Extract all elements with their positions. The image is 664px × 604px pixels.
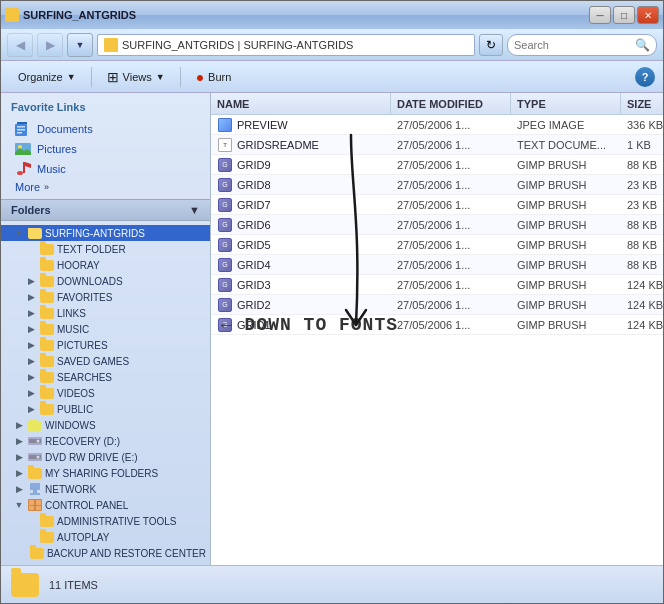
tree-item-backup-restore[interactable]: BACKUP AND RESTORE CENTER bbox=[1, 545, 210, 561]
minimize-button[interactable]: ─ bbox=[589, 6, 611, 24]
tree-item-windows[interactable]: ▶ WINDOWS bbox=[1, 417, 210, 433]
organize-dropdown-icon: ▼ bbox=[67, 72, 76, 82]
back-button[interactable]: ◀ bbox=[7, 33, 33, 57]
tree-item-downloads[interactable]: ▶ DOWNLOADS bbox=[1, 273, 210, 289]
close-button[interactable]: ✕ bbox=[637, 6, 659, 24]
file-size-cell: 336 KB bbox=[621, 115, 663, 134]
forward-button[interactable]: ▶ bbox=[37, 33, 63, 57]
folders-title: Folders bbox=[11, 204, 51, 216]
search-box[interactable]: 🔍 bbox=[507, 34, 657, 56]
svg-rect-4 bbox=[17, 132, 22, 134]
tree-item-admin-tools[interactable]: ADMINISTRATIVE TOOLS bbox=[1, 513, 210, 529]
toolbar-divider-1 bbox=[91, 67, 92, 87]
refresh-button[interactable]: ↻ bbox=[479, 34, 503, 56]
col-header-name[interactable]: NAME bbox=[211, 93, 391, 114]
expand-icon: ▶ bbox=[25, 291, 37, 303]
search-input[interactable] bbox=[514, 39, 631, 51]
folder-icon bbox=[39, 514, 55, 528]
tree-label: VIDEOS bbox=[57, 388, 95, 399]
brush-icon: G bbox=[218, 318, 232, 332]
table-row[interactable]: G GRID6 27/05/2006 1... GIMP BRUSH 88 KB bbox=[211, 215, 663, 235]
file-name: GRID7 bbox=[237, 199, 271, 211]
tree-item-text-folder[interactable]: TEXT FOLDER bbox=[1, 241, 210, 257]
tree-item-searches[interactable]: ▶ SEARCHES bbox=[1, 369, 210, 385]
tree-item-pictures[interactable]: ▶ PICTURES bbox=[1, 337, 210, 353]
folder-icon bbox=[39, 242, 55, 256]
table-row[interactable]: G GRID4 27/05/2006 1... GIMP BRUSH 88 KB bbox=[211, 255, 663, 275]
help-button[interactable]: ? bbox=[635, 67, 655, 87]
burn-icon: ● bbox=[196, 69, 204, 85]
expand-icon bbox=[25, 259, 37, 271]
tree-item-music[interactable]: ▶ MUSIC bbox=[1, 321, 210, 337]
organize-button[interactable]: Organize ▼ bbox=[9, 64, 85, 90]
file-size-cell: 124 KB bbox=[621, 295, 663, 314]
file-type-cell: GIMP BRUSH bbox=[511, 235, 621, 254]
tree-item-recovery[interactable]: ▶ RECOVERY (D:) bbox=[1, 433, 210, 449]
table-row[interactable]: G GRID3 27/05/2006 1... GIMP BRUSH 124 K… bbox=[211, 275, 663, 295]
expand-icon: ▶ bbox=[13, 419, 25, 431]
file-type-cell: GIMP BRUSH bbox=[511, 255, 621, 274]
col-header-size[interactable]: SIZE bbox=[621, 93, 663, 114]
file-size-cell: 124 KB bbox=[621, 315, 663, 334]
sidebar-item-documents[interactable]: Documents bbox=[11, 119, 200, 139]
file-name: GRID9 bbox=[237, 159, 271, 171]
brush-icon: G bbox=[218, 238, 232, 252]
views-button[interactable]: ⊞ Views ▼ bbox=[98, 64, 174, 90]
dropdown-button[interactable]: ▼ bbox=[67, 33, 93, 57]
tree-item-saved-games[interactable]: ▶ SAVED GAMES bbox=[1, 353, 210, 369]
table-row[interactable]: G GRID5 27/05/2006 1... GIMP BRUSH 88 KB bbox=[211, 235, 663, 255]
folder-icon bbox=[39, 258, 55, 272]
brush-icon: G bbox=[218, 298, 232, 312]
folders-header[interactable]: Folders ▼ bbox=[1, 199, 210, 221]
tree-item-network[interactable]: ▶ NETWORK bbox=[1, 481, 210, 497]
burn-button[interactable]: ● Burn bbox=[187, 64, 241, 90]
tree-item-dvd[interactable]: ▶ DVD RW DRIVE (E:) bbox=[1, 449, 210, 465]
tree-item-autoplay[interactable]: AUTOPLAY bbox=[1, 529, 210, 545]
tree-item-surfing-antgrids[interactable]: ▼ SURFING-ANTGRIDS bbox=[1, 225, 210, 241]
svg-rect-8 bbox=[23, 162, 25, 173]
table-row[interactable]: G GRID9 27/05/2006 1... GIMP BRUSH 88 KB bbox=[211, 155, 663, 175]
tree-item-sharing[interactable]: ▶ MY SHARING FOLDERS bbox=[1, 465, 210, 481]
file-date-cell: 27/05/2006 1... bbox=[391, 215, 511, 234]
file-type-cell: JPEG IMAGE bbox=[511, 115, 621, 134]
tree-label: SURFING-ANTGRIDS bbox=[45, 228, 145, 239]
table-row[interactable]: PREVIEW 27/05/2006 1... JPEG IMAGE 336 K… bbox=[211, 115, 663, 135]
table-row[interactable]: T GRIDSREADME 27/05/2006 1... TEXT DOCUM… bbox=[211, 135, 663, 155]
tree-item-hooray[interactable]: HOORAY bbox=[1, 257, 210, 273]
brush-icon: G bbox=[218, 278, 232, 292]
documents-label: Documents bbox=[37, 123, 93, 135]
table-row[interactable]: G GRID7 27/05/2006 1... GIMP BRUSH 23 KB bbox=[211, 195, 663, 215]
share-folder-icon bbox=[27, 466, 43, 480]
folder-icon bbox=[39, 306, 55, 320]
tree-label: FAVORITES bbox=[57, 292, 112, 303]
maximize-button[interactable]: □ bbox=[613, 6, 635, 24]
sidebar-item-pictures[interactable]: Pictures bbox=[11, 139, 200, 159]
tree-item-favorites[interactable]: ▶ FAVORITES bbox=[1, 289, 210, 305]
tree-item-control-panel[interactable]: ▼ CONTROL PANEL bbox=[1, 497, 210, 513]
tree-item-videos[interactable]: ▶ VIDEOS bbox=[1, 385, 210, 401]
file-date-cell: 27/05/2006 1... bbox=[391, 295, 511, 314]
tree-item-links[interactable]: ▶ LINKS bbox=[1, 305, 210, 321]
file-name-cell: G GRID7 bbox=[211, 195, 391, 214]
file-name-cell: G GRID9 bbox=[211, 155, 391, 174]
sidebar-item-more[interactable]: More » bbox=[11, 179, 200, 195]
tree-label: RECOVERY (D:) bbox=[45, 436, 120, 447]
search-icon: 🔍 bbox=[635, 38, 650, 52]
col-header-type[interactable]: TYPE bbox=[511, 93, 621, 114]
table-row[interactable]: G GRID8 27/05/2006 1... GIMP BRUSH 23 KB bbox=[211, 175, 663, 195]
file-thumb: G bbox=[217, 257, 233, 273]
file-date-cell: 27/05/2006 1... bbox=[391, 135, 511, 154]
col-header-date[interactable]: DATE MODIFIED bbox=[391, 93, 511, 114]
brush-icon: G bbox=[218, 218, 232, 232]
favorites-title: Favorite Links bbox=[11, 101, 200, 113]
sidebar-item-music[interactable]: Music bbox=[11, 159, 200, 179]
brush-icon: G bbox=[218, 178, 232, 192]
burn-label: Burn bbox=[208, 71, 231, 83]
file-size-cell: 124 KB bbox=[621, 275, 663, 294]
file-thumb: G bbox=[217, 237, 233, 253]
file-list: NAME DATE MODIFIED TYPE SIZE TAGS bbox=[211, 93, 663, 565]
table-row[interactable]: G GRID2 27/05/2006 1... GIMP BRUSH 124 K… bbox=[211, 295, 663, 315]
tree-item-public[interactable]: ▶ PUBLIC bbox=[1, 401, 210, 417]
address-box[interactable]: SURFING_ANTGRIDS | SURFING-ANTGRIDS bbox=[97, 34, 475, 56]
table-row[interactable]: G GRID1 27/05/2006 1... GIMP BRUSH 124 K… bbox=[211, 315, 663, 335]
